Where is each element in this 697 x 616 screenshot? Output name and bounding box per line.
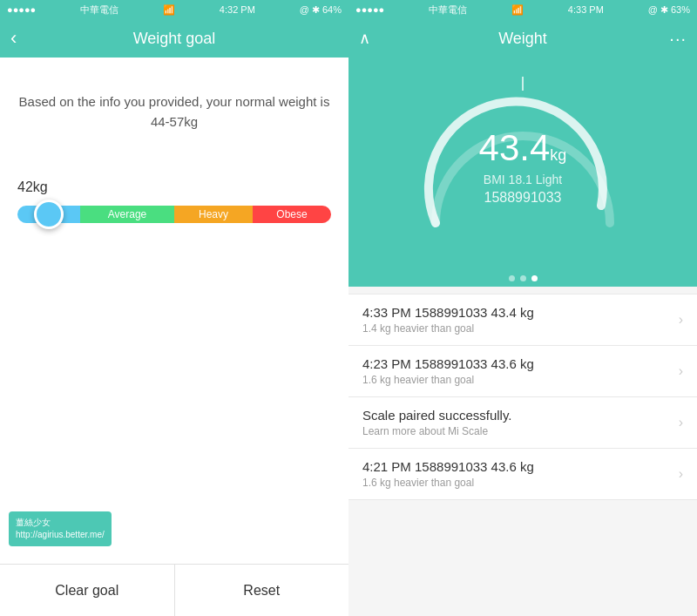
list-item-primary: Scale paired successfully.: [362, 408, 679, 423]
page-title-left: Weight goal: [133, 30, 216, 48]
right-panel: ●●●●● 中華電信 📶 4:33 PM @ ✱ 63% ∧ Weight ··…: [348, 0, 697, 616]
dots-indicator: [348, 267, 697, 287]
signal-dots-right: ●●●●●: [355, 4, 384, 15]
wifi-icon-right: 📶: [511, 4, 524, 16]
back-button[interactable]: ‹: [10, 29, 17, 48]
nav-bar-right: ∧ Weight ···: [348, 19, 697, 58]
clear-goal-button[interactable]: Clear goal: [0, 565, 175, 616]
slider-labels: Lig Average Heavy Obese: [17, 206, 331, 223]
list-item-text: 4:23 PM 1588991033 43.6 kg 1.6 kg heavie…: [362, 356, 679, 386]
gauge-user-id: 1588991033: [479, 190, 567, 206]
list-item-secondary: 1.6 kg heavier than goal: [362, 374, 679, 386]
dot-1: [509, 275, 515, 281]
list-item-text: 4:33 PM 1588991033 43.4 kg 1.4 kg heavie…: [362, 305, 679, 335]
carrier-right: 中華電信: [429, 3, 467, 17]
list-item-secondary: 1.4 kg heavier than goal: [362, 322, 679, 335]
chevron-icon: ›: [679, 415, 683, 430]
wifi-icon-left: 📶: [163, 4, 175, 16]
gauge-bmi: BMI 18.1 Light: [479, 173, 567, 186]
list-section: 4:33 PM 1588991033 43.4 kg 1.4 kg heavie…: [348, 287, 697, 616]
list-item-text: 4:21 PM 1588991033 43.6 kg 1.6 kg heavie…: [362, 459, 679, 489]
nav-bar-left: ‹ Weight goal: [0, 19, 348, 58]
slider-thumb[interactable]: [34, 200, 64, 229]
chevron-icon: ›: [679, 466, 683, 482]
dot-3: [531, 275, 538, 281]
watermark-line2: http://agirius.better.me/: [16, 529, 105, 541]
collapse-icon[interactable]: ∧: [359, 29, 370, 48]
watermark: 薑絲少女 http://agirius.better.me/: [9, 511, 112, 546]
left-content: Based on the info you provided, your nor…: [0, 58, 348, 564]
label-obese: Obese: [253, 206, 331, 223]
dot-2: [520, 275, 526, 281]
list-item[interactable]: Scale paired successfully. Learn more ab…: [348, 397, 697, 449]
time-right: 4:33 PM: [568, 4, 604, 15]
list-item-primary: 4:23 PM 1588991033 43.6 kg: [362, 356, 679, 371]
watermark-line1: 薑絲少女: [16, 517, 105, 529]
carrier-left: 中華電信: [80, 3, 118, 17]
bottom-buttons: Clear goal Reset: [0, 564, 348, 616]
gauge-section: 43.4kg BMI 18.1 Light 1588991033: [348, 58, 697, 267]
more-options-icon[interactable]: ···: [669, 29, 687, 49]
weight-unit: kg: [33, 179, 48, 194]
list-item-text: Scale paired successfully. Learn more ab…: [362, 408, 679, 437]
status-bar-right: ●●●●● 中華電信 📶 4:33 PM @ ✱ 63%: [348, 0, 697, 19]
status-bar-left: ●●●●● 中華電信 📶 4:32 PM @ ✱ 64%: [0, 0, 348, 19]
slider-track: Lig Average Heavy Obese: [17, 206, 331, 223]
page-title-right: Weight: [498, 30, 547, 48]
battery-right: @ ✱ 63%: [648, 4, 690, 16]
gauge-weight-unit: kg: [550, 146, 566, 164]
gauge-weight: 43.4kg: [479, 127, 567, 169]
chevron-icon: ›: [679, 312, 683, 328]
list-item[interactable]: 4:33 PM 1588991033 43.4 kg 1.4 kg heavie…: [348, 294, 697, 346]
label-heavy: Heavy: [174, 206, 253, 223]
gauge-weight-value: 43.4: [479, 127, 551, 168]
chevron-icon: ›: [679, 363, 683, 379]
signal-dots-left: ●●●●●: [7, 4, 36, 15]
gauge-content: 43.4kg BMI 18.1 Light 1588991033: [479, 127, 567, 206]
time-left: 4:32 PM: [220, 4, 255, 15]
list-item-primary: 4:33 PM 1588991033 43.4 kg: [362, 305, 679, 320]
list-item-primary: 4:21 PM 1588991033 43.6 kg: [362, 459, 679, 474]
list-item-secondary: Learn more about Mi Scale: [362, 425, 679, 437]
weight-display: 42kg: [17, 166, 331, 199]
info-text: Based on the info you provided, your nor…: [17, 92, 331, 132]
reset-button[interactable]: Reset: [175, 565, 349, 616]
battery-left: @ ✱ 64%: [300, 4, 342, 16]
list-item[interactable]: 4:23 PM 1588991033 43.6 kg 1.6 kg heavie…: [348, 346, 697, 397]
weight-value: 42: [17, 179, 33, 194]
left-panel: ●●●●● 中華電信 📶 4:32 PM @ ✱ 64% ‹ Weight go…: [0, 0, 348, 616]
weight-slider-container[interactable]: Lig Average Heavy Obese: [17, 206, 331, 223]
list-item[interactable]: 4:21 PM 1588991033 43.6 kg 1.6 kg heavie…: [348, 449, 697, 500]
list-item-secondary: 1.6 kg heavier than goal: [362, 477, 679, 489]
label-average: Average: [80, 206, 174, 223]
